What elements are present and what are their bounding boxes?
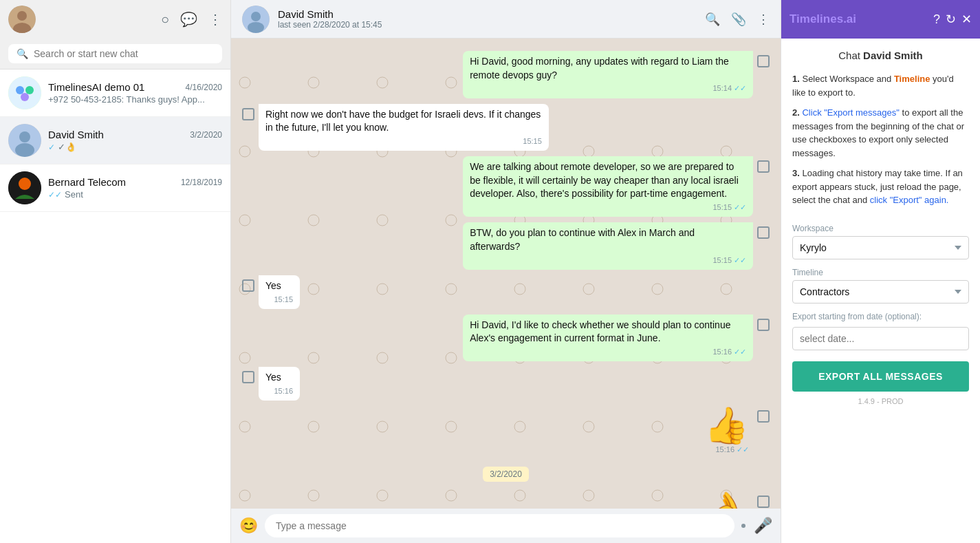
bubble-m5: Yes 15:15 — [259, 275, 300, 309]
bubble-text-m9: 👌 — [704, 493, 749, 509]
msg-checkbox-m7[interactable] — [242, 371, 254, 383]
attach-icon[interactable]: 📎 — [731, 12, 746, 27]
date-input[interactable] — [792, 327, 969, 350]
msg-checkbox-m6[interactable] — [757, 319, 770, 331]
chat-header-info: David Smith last seen 2/28/2020 at 15:45 — [278, 8, 697, 30]
refresh-icon[interactable]: ↻ — [946, 12, 956, 27]
msg-checkbox-m9[interactable] — [757, 496, 770, 508]
bubble-time-m4: 15:15 — [712, 255, 732, 266]
version-text: 1.4.9 - PROD — [792, 392, 969, 411]
message-row-m2: Right now we don't have the budget for I… — [242, 104, 770, 151]
chat-header: David Smith last seen 2/28/2020 at 15:45… — [231, 0, 781, 39]
bubble-text-m6: Hi David, I'd like to check whether we s… — [470, 319, 746, 345]
panel-step-3: 3. Loading chat history may take time. I… — [792, 167, 969, 207]
msg-checkbox-m1[interactable] — [757, 55, 770, 67]
emoji-icon[interactable]: 😊 — [239, 517, 258, 535]
message-row-m7: Yes 15:16 — [242, 367, 770, 401]
msg-checkbox-m8[interactable] — [757, 410, 770, 423]
bubble-text-m4: BTW, do you plan to continue with Alex i… — [470, 226, 746, 253]
date-divider-text: 3/2/2020 — [483, 467, 529, 482]
bubble-meta-m5: 15:15 — [265, 295, 293, 305]
msg-checkbox-m5[interactable] — [242, 279, 254, 292]
chat-avatar-bernard — [8, 171, 41, 204]
bubble-m9: 👌 13:35 ✓ — [700, 491, 753, 509]
sidebar: ○ 💬 ⋮ 🔍 TimelinesAI demo 01 — [0, 0, 231, 543]
bubble-check-m3: ✓✓ — [734, 202, 746, 213]
msg-checkbox-m4[interactable] — [757, 226, 770, 239]
user-avatar[interactable] — [8, 6, 36, 33]
more-icon[interactable]: ⋮ — [208, 11, 222, 28]
message-input[interactable] — [265, 514, 734, 537]
help-icon[interactable]: ? — [933, 12, 940, 27]
message-row-m9: 👌 13:35 ✓ — [242, 491, 770, 509]
svg-point-4 — [16, 86, 24, 94]
bubble-text-m8: 👍 — [704, 407, 749, 443]
chat-preview-david: ✓ ✓👌 — [48, 142, 222, 152]
close-icon[interactable]: ✕ — [961, 12, 972, 27]
bubble-check-m4: ✓✓ — [734, 255, 746, 266]
search-chat-icon[interactable]: 🔍 — [705, 12, 720, 27]
bubble-text-m3: We are talking about remote developer, s… — [470, 160, 746, 201]
chat-info-bernard: Bernard Telecom 12/18/2019 ✓✓ Sent — [48, 176, 222, 200]
bubble-meta-m1: 15:14 ✓✓ — [470, 83, 746, 94]
bubble-time-m6: 15:16 — [712, 347, 732, 357]
bubble-check-m6: ✓✓ — [734, 347, 746, 357]
chat-item-david[interactable]: David Smith 3/2/2020 ✓ ✓👌 — [0, 117, 230, 164]
chat-list: TimelinesAI demo 01 4/16/2020 +972 50-45… — [0, 70, 230, 543]
chat-preview-timelines: +972 50-453-2185: Thanks guys! App... — [48, 94, 222, 105]
chat-header-icons: 🔍 📎 ⋮ — [705, 12, 770, 27]
step-num-1: 1. — [792, 74, 800, 84]
message-row-m1: Hi David, good morning, any updates with… — [242, 51, 770, 98]
status-icon[interactable]: ○ — [161, 12, 169, 28]
chat-item-bernard[interactable]: Bernard Telecom 12/18/2019 ✓✓ Sent — [0, 164, 230, 212]
step-link-2[interactable]: Click "Export messages" — [802, 107, 899, 118]
more-chat-icon[interactable]: ⋮ — [757, 12, 770, 27]
bubble-meta-m4: 15:15 ✓✓ — [470, 255, 746, 266]
bubble-m2: Right now we don't have the budget for I… — [259, 104, 549, 151]
search-icon: 🔍 — [17, 48, 28, 59]
panel-title: Timelines.ai — [790, 12, 928, 26]
bubble-text-m1: Hi David, good morning, any updates with… — [470, 55, 746, 82]
bubble-meta-m3: 15:15 ✓✓ — [470, 202, 746, 213]
bubble-check-m8: ✓✓ — [737, 445, 749, 455]
check-icon-david: ✓ — [48, 142, 55, 152]
bubble-m1: Hi David, good morning, any updates with… — [463, 51, 753, 98]
message-row-m5: Yes 15:15 — [242, 275, 770, 309]
search-input[interactable] — [34, 48, 214, 59]
bubble-text-m2: Right now we don't have the budget for I… — [265, 108, 542, 135]
date-divider: 3/2/2020 — [242, 467, 770, 482]
bubble-time-m3: 15:15 — [712, 202, 732, 213]
bubble-check-m1: ✓✓ — [734, 83, 746, 94]
step-link-3[interactable]: click "Export" again. — [870, 195, 949, 205]
chat-preview-bernard: ✓✓ Sent — [48, 189, 222, 200]
search-input-wrap: 🔍 — [8, 44, 222, 63]
bubble-text-m7: Yes — [265, 371, 293, 385]
date-label: Export starting from date (optional): — [792, 312, 969, 321]
input-dot — [741, 524, 745, 528]
export-button[interactable]: EXPORT ALL MESSAGES — [792, 361, 969, 392]
bubble-meta-m2: 15:15 — [265, 136, 542, 147]
timeline-select[interactable]: Contractors — [792, 280, 969, 304]
svg-point-1 — [17, 11, 27, 21]
msg-checkbox-m3[interactable] — [757, 160, 770, 173]
bubble-m6: Hi David, I'd like to check whether we s… — [463, 315, 753, 362]
microphone-icon[interactable]: 🎤 — [754, 517, 772, 535]
message-row-m4: BTW, do you plan to continue with Alex i… — [242, 222, 770, 270]
bubble-time-m7: 15:16 — [274, 386, 293, 396]
panel-step-2: 2. Click "Export messages" to export all… — [792, 106, 969, 160]
panel-steps: 1. Select Workspace and Timeline you'd l… — [792, 72, 969, 207]
panel-chat-name: David Smith — [863, 50, 923, 61]
workspace-select[interactable]: Kyrylo — [792, 236, 969, 259]
chat-icon[interactable]: 💬 — [180, 11, 197, 28]
svg-point-5 — [25, 86, 34, 94]
chat-date-timelines: 4/16/2020 — [186, 83, 222, 92]
timeline-label: Timeline — [792, 268, 969, 277]
svg-point-11 — [19, 178, 31, 190]
chat-name-david: David Smith — [48, 129, 104, 140]
step-num-3: 3. — [792, 168, 800, 178]
chat-header-avatar[interactable] — [242, 6, 270, 33]
chat-item-timelines[interactable]: TimelinesAI demo 01 4/16/2020 +972 50-45… — [0, 70, 230, 117]
msg-checkbox-m2[interactable] — [242, 108, 254, 120]
chat-avatar-david — [8, 124, 41, 157]
panel-body: Chat David Smith 1. Select Workspace and… — [781, 39, 980, 543]
